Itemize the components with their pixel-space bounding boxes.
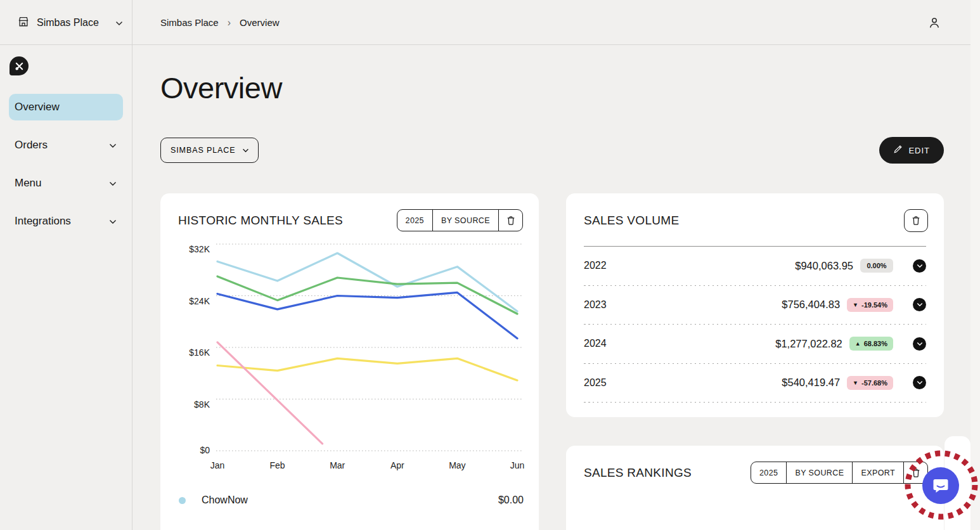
historic-sales-title: HISTORIC MONTHLY SALES (178, 214, 343, 228)
sidebar-item-label: Overview (15, 101, 117, 113)
historic-sales-card: HISTORIC MONTHLY SALES 2025 BY SOURCE $3… (160, 193, 539, 530)
main-content: Overview SIMBAS PLACE EDIT HISTORIC MONT… (132, 45, 980, 530)
org-name: Simbas Place (37, 17, 109, 29)
sales-volume-row-2024: 2024$1,277,022.82▲68.83% (584, 325, 926, 363)
svg-text:$32K: $32K (189, 244, 210, 254)
expand-row-button[interactable] (913, 337, 926, 351)
change-percent: -57.68% (861, 379, 887, 387)
change-percent: 68.83% (864, 340, 887, 347)
chevron-down-icon (109, 215, 117, 228)
export-button[interactable]: EXPORT (852, 462, 903, 483)
svg-text:Jun: Jun (510, 460, 525, 470)
chart-legend: ChowNow$0.00 (160, 486, 539, 514)
by-source-filter-button[interactable]: BY SOURCE (432, 210, 498, 231)
trash-icon (910, 215, 922, 226)
change-percent: 0.00% (867, 262, 886, 269)
sales-volume-title: SALES VOLUME (584, 214, 679, 228)
triangle-up-icon: ▲ (855, 340, 861, 347)
dashed-divider (584, 402, 926, 403)
trash-icon (505, 215, 517, 226)
change-badge: ▼-57.68% (847, 376, 893, 390)
legend-color-dot (179, 497, 186, 504)
store-selector-button[interactable]: SIMBAS PLACE (160, 138, 259, 163)
row-year: 2022 (584, 260, 795, 271)
svg-text:Apr: Apr (390, 460, 404, 470)
breadcrumb-item-page[interactable]: Overview (240, 17, 280, 28)
breadcrumb-separator: › (228, 17, 231, 29)
trash-icon (910, 467, 922, 479)
row-amount: $940,063.95 (795, 260, 853, 272)
sales-rankings-controls: 2025 BY SOURCE EXPORT (751, 462, 928, 484)
edit-button-label: EDIT (908, 146, 930, 155)
row-year: 2023 (584, 299, 782, 311)
change-badge: ▼-19.54% (847, 298, 893, 312)
historic-sales-controls: 2025 BY SOURCE (397, 209, 523, 231)
triangle-down-icon: ▼ (853, 380, 858, 386)
breadcrumb: Simbas Place › Overview (160, 0, 280, 45)
top-header: Simbas Place Simbas Place › Overview (0, 0, 980, 45)
svg-text:Jan: Jan (210, 460, 225, 470)
legend-source-name: ChowNow (202, 494, 498, 506)
scrollbar-track[interactable] (970, 0, 980, 530)
chevron-down-icon (109, 139, 117, 152)
svg-text:$8K: $8K (194, 399, 210, 410)
sidebar-item-menu[interactable]: Menu (9, 170, 123, 197)
sidebar: OverviewOrdersMenuIntegrations (0, 45, 132, 530)
storefront-icon (16, 15, 30, 31)
chat-launcher-button[interactable] (922, 467, 959, 504)
sales-volume-row-2023: 2023$756,404.83▼-19.54% (584, 286, 926, 325)
by-source-filter-button[interactable]: BY SOURCE (786, 462, 852, 483)
sidebar-item-overview[interactable]: Overview (9, 94, 123, 120)
sales-volume-row-2025: 2025$540,419.47▼-57.68% (584, 364, 926, 403)
sidebar-item-label: Integrations (15, 215, 109, 228)
sales-rankings-title: SALES RANKINGS (584, 466, 692, 480)
svg-text:$16K: $16K (189, 347, 210, 358)
sales-rankings-card: SALES RANKINGS 2025 BY SOURCE EXPORT (566, 446, 944, 530)
historic-sales-chart: $32K$24K$16K$8K$0JanFebMarAprMayJun (160, 238, 539, 479)
row-year: 2025 (584, 377, 782, 389)
expand-row-button[interactable] (913, 298, 926, 311)
sidebar-item-orders[interactable]: Orders (9, 132, 123, 158)
user-profile-icon[interactable] (927, 15, 942, 30)
store-selector-label: SIMBAS PLACE (171, 146, 236, 155)
svg-text:May: May (449, 460, 465, 470)
row-amount: $756,404.83 (782, 299, 840, 311)
delete-widget-button[interactable] (498, 210, 522, 231)
sidebar-nav: OverviewOrdersMenuIntegrations (9, 94, 123, 235)
sales-volume-row-2022: 2022$940,063.950.00% (584, 247, 926, 285)
svg-text:$24K: $24K (189, 296, 210, 306)
pencil-icon (893, 145, 903, 156)
row-amount: $1,277,022.82 (775, 338, 842, 350)
delete-widget-button[interactable] (904, 209, 928, 232)
triangle-down-icon: ▼ (853, 302, 858, 308)
expand-row-button[interactable] (913, 376, 926, 389)
chevron-down-icon (242, 146, 249, 155)
org-switcher[interactable]: Simbas Place (0, 0, 132, 45)
row-year: 2024 (584, 338, 775, 349)
sales-volume-rows: 2022$940,063.950.00%2023$756,404.83▼-19.… (566, 247, 944, 403)
breadcrumb-item-org[interactable]: Simbas Place (160, 17, 219, 28)
sales-volume-card: SALES VOLUME 2022$940,063.950.00%2023$75… (566, 193, 944, 417)
chat-bubble-icon (932, 477, 950, 494)
chevron-down-icon (115, 17, 123, 29)
sidebar-item-label: Orders (15, 139, 109, 152)
change-percent: -19.54% (861, 301, 887, 309)
sidebar-item-integrations[interactable]: Integrations (9, 208, 123, 235)
year-filter-button[interactable]: 2025 (751, 462, 786, 483)
change-badge: ▲68.83% (849, 337, 893, 351)
year-filter-button[interactable]: 2025 (397, 210, 432, 231)
row-amount: $540,419.47 (782, 377, 840, 389)
brand-logo-utensils-icon (10, 56, 29, 75)
svg-text:Feb: Feb (270, 460, 285, 470)
chevron-down-icon (109, 177, 117, 190)
svg-text:Mar: Mar (330, 460, 345, 470)
change-badge: 0.00% (860, 259, 893, 273)
sidebar-item-label: Menu (15, 177, 109, 190)
expand-row-button[interactable] (913, 259, 926, 273)
legend-source-value: $0.00 (498, 494, 524, 506)
page-title: Overview (160, 70, 282, 105)
edit-button[interactable]: EDIT (879, 137, 944, 164)
svg-text:$0: $0 (200, 445, 210, 455)
